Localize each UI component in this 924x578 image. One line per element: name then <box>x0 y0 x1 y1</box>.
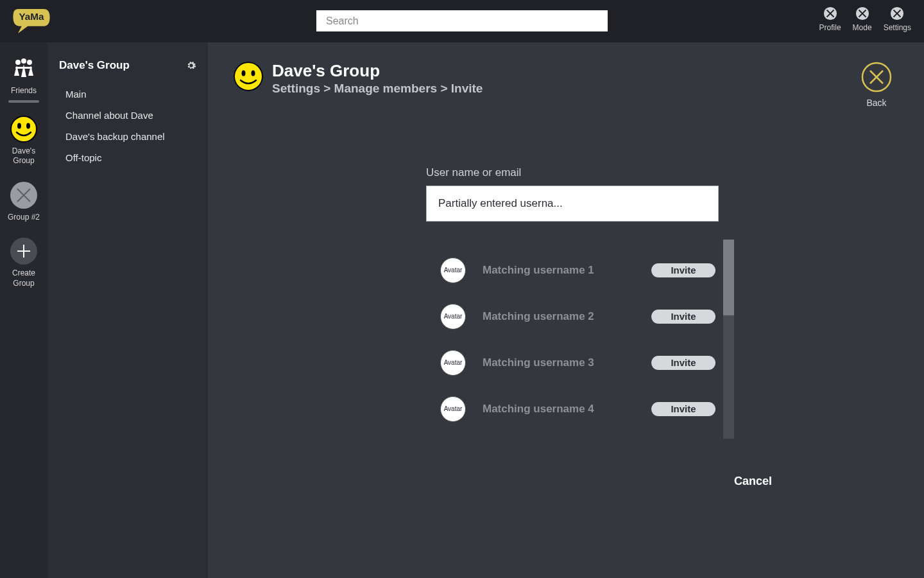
app-logo[interactable]: YaMa <box>13 8 50 35</box>
settings-label: Settings <box>884 23 911 32</box>
sidebar-header: Dave's Group <box>59 59 196 72</box>
scrollbar-thumb[interactable] <box>723 240 734 315</box>
profile-button[interactable]: Profile <box>819 6 841 32</box>
circle-x-icon <box>10 182 37 209</box>
svg-point-11 <box>27 60 32 65</box>
channel-item[interactable]: Off-topic <box>59 147 196 168</box>
cancel-button[interactable]: Cancel <box>734 475 772 488</box>
page-header: Dave's Group Settings > Manage members >… <box>234 62 892 96</box>
circle-x-icon <box>890 6 904 21</box>
result-username: Matching username 4 <box>483 403 651 416</box>
page-title: Dave's Group <box>272 62 483 80</box>
svg-point-14 <box>17 123 21 128</box>
search-input[interactable] <box>316 10 608 31</box>
circle-x-icon <box>861 62 892 92</box>
gear-icon[interactable] <box>186 60 196 71</box>
invite-form: User name or email Avatar Matching usern… <box>426 166 892 488</box>
svg-point-9 <box>15 60 21 65</box>
invite-button[interactable]: Invite <box>651 310 715 324</box>
channel-sidebar: Dave's Group Main Channel about Dave Dav… <box>47 42 208 578</box>
main-panel: Dave's Group Settings > Manage members >… <box>208 42 924 578</box>
username-input[interactable] <box>426 186 719 222</box>
server-rail: Friends Dave's Group Group #2 <box>0 42 47 578</box>
result-row: Avatar Matching username 3 Invite <box>426 340 723 386</box>
rail-label: Dave's Group <box>3 146 45 166</box>
result-row: Avatar Matching username 4 Invite <box>426 386 723 432</box>
back-button[interactable]: Back <box>861 62 892 108</box>
avatar: Avatar <box>440 258 466 283</box>
rail-item-create-group[interactable]: Create Group <box>3 238 45 288</box>
channel-item[interactable]: Dave's backup channel <box>59 126 196 147</box>
rail-label: Create Group <box>3 268 45 288</box>
group-avatar-icon <box>234 62 263 91</box>
invite-button[interactable]: Invite <box>651 263 715 277</box>
profile-label: Profile <box>819 23 841 32</box>
rail-item-friends[interactable]: Friends <box>10 55 37 96</box>
svg-point-15 <box>26 123 30 128</box>
svg-point-20 <box>234 62 262 91</box>
rail-label: Group #2 <box>8 213 40 223</box>
rail-label: Friends <box>11 86 37 96</box>
scrollbar-track[interactable] <box>723 240 734 439</box>
username-field-label: User name or email <box>426 166 892 179</box>
svg-point-13 <box>11 116 37 142</box>
results-container: Avatar Matching username 1 Invite Avatar… <box>426 240 734 439</box>
breadcrumb: Settings > Manage members > Invite <box>272 82 483 96</box>
channel-item[interactable]: Main <box>59 83 196 105</box>
mode-label: Mode <box>853 23 872 32</box>
invite-button[interactable]: Invite <box>651 356 715 370</box>
svg-point-10 <box>21 58 26 64</box>
results-list: Avatar Matching username 1 Invite Avatar… <box>426 240 723 439</box>
avatar: Avatar <box>440 304 466 329</box>
result-username: Matching username 2 <box>483 310 651 323</box>
settings-button[interactable]: Settings <box>884 6 911 32</box>
back-label: Back <box>866 98 886 108</box>
result-username: Matching username 1 <box>483 264 651 277</box>
friends-icon <box>10 55 37 82</box>
sidebar-title: Dave's Group <box>59 59 130 72</box>
rail-item-group-2[interactable]: Group #2 <box>8 182 40 223</box>
circle-x-icon <box>823 6 837 21</box>
circle-x-icon <box>855 6 869 21</box>
channel-item[interactable]: Channel about Dave <box>59 105 196 126</box>
invite-button[interactable]: Invite <box>651 402 715 416</box>
mode-button[interactable]: Mode <box>853 6 872 32</box>
svg-point-21 <box>242 71 246 76</box>
avatar: Avatar <box>440 350 466 376</box>
svg-rect-12 <box>15 67 32 69</box>
plus-icon <box>10 238 37 265</box>
avatar: Avatar <box>440 396 466 422</box>
rail-item-daves-group[interactable]: Dave's Group <box>3 116 45 166</box>
result-row: Avatar Matching username 2 Invite <box>426 293 723 340</box>
top-bar: YaMa Profile Mode Settings <box>0 0 924 42</box>
result-row: Avatar Matching username 1 Invite <box>426 247 723 293</box>
svg-point-22 <box>252 71 255 76</box>
smiley-icon <box>10 116 37 143</box>
result-username: Matching username 3 <box>483 356 651 369</box>
top-actions: Profile Mode Settings <box>819 6 911 32</box>
rail-selection-underline <box>8 100 39 103</box>
app-logo-text: YaMa <box>19 11 44 22</box>
